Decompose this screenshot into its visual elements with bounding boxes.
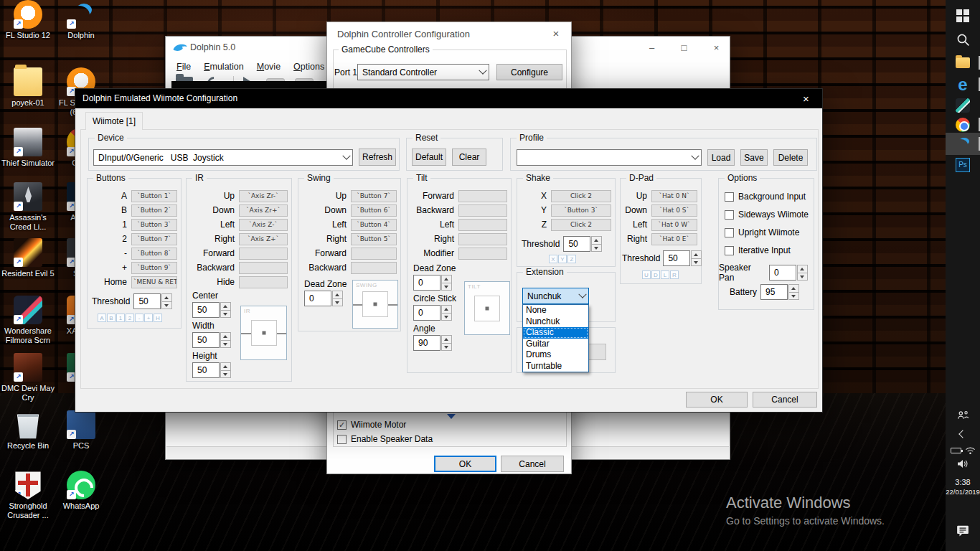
mapping-button[interactable]: `Button 5` — [351, 233, 397, 245]
option-checkbox[interactable] — [725, 246, 734, 255]
volume-button[interactable] — [946, 458, 980, 469]
option-checkbox[interactable] — [725, 210, 734, 220]
mapping-button[interactable]: `Button 4` — [351, 219, 397, 231]
mapping-button[interactable]: `Button 8` — [131, 248, 177, 260]
mapping-button[interactable]: `Button 7` — [351, 190, 397, 202]
device-select[interactable]: DInput/0/Generic USB Joystick — [93, 149, 353, 166]
close-icon[interactable]: × — [790, 89, 822, 108]
mapping-button[interactable]: `Button 3` — [551, 204, 611, 217]
threshold-value[interactable]: 50 — [133, 293, 161, 309]
field-value[interactable]: 0 — [413, 305, 440, 321]
mapping-button[interactable]: `Axis Zr+` — [239, 204, 288, 217]
field-value[interactable]: 50 — [192, 362, 220, 378]
speaker-pan-spinner[interactable]: 0 — [769, 265, 808, 281]
desktop-icon[interactable]: ↗ Resident Evil 5 — [1, 238, 55, 278]
taskbar-edge[interactable]: e — [946, 73, 980, 95]
field-spinner[interactable]: 50 — [192, 302, 231, 318]
field-spinner[interactable]: 90 — [413, 335, 452, 351]
mapping-button[interactable]: Click 2 — [551, 219, 611, 231]
field-value[interactable]: 50 — [192, 302, 220, 318]
spin-down-icon[interactable] — [220, 370, 231, 379]
desktop-icon[interactable]: ↗ PCS — [55, 410, 108, 451]
option-checkbox[interactable] — [725, 228, 734, 237]
port1-device-select[interactable]: Standard Controller — [357, 64, 489, 80]
field-spinner[interactable]: 0 — [304, 291, 343, 306]
field-spinner[interactable]: 0 — [413, 305, 452, 321]
battery-spinner[interactable]: 95 — [760, 284, 799, 300]
profile-select[interactable] — [517, 149, 702, 166]
menu-item[interactable]: Options — [287, 62, 331, 72]
wiimote-motor-checkbox[interactable]: ✓ — [337, 420, 347, 430]
save-button[interactable]: Save — [740, 149, 768, 166]
spin-down-icon[interactable] — [220, 310, 231, 319]
enable-speaker-checkbox[interactable] — [337, 435, 347, 444]
menu-item[interactable]: File — [170, 62, 197, 72]
mapping-button[interactable]: `Hat 0 N` — [651, 190, 697, 202]
show-hidden-icons-button[interactable] — [946, 428, 980, 441]
taskbar-dolphin[interactable] — [946, 133, 980, 155]
field-spinner[interactable]: 0 — [413, 275, 452, 291]
dropdown-option[interactable]: Guitar — [523, 339, 588, 350]
threshold-spinner[interactable]: 50 — [663, 250, 702, 266]
menu-item[interactable]: Movie — [250, 62, 287, 72]
mapping-button[interactable]: `Button 3` — [131, 219, 177, 231]
dropdown-option[interactable]: Classic — [523, 327, 588, 339]
desktop-icon[interactable]: ↗ Wondershare Filmora Scrn — [1, 296, 55, 345]
field-spinner[interactable]: 50 — [192, 362, 231, 378]
start-button[interactable] — [946, 4, 980, 27]
option-checkbox[interactable] — [725, 192, 734, 202]
speaker-pan-value[interactable]: 0 — [769, 265, 796, 281]
dropdown-option[interactable]: Turntable — [523, 361, 588, 372]
delete-button[interactable]: Delete — [773, 149, 808, 166]
default-button[interactable]: Default — [412, 149, 446, 166]
people-button[interactable] — [946, 408, 980, 422]
search-button[interactable] — [946, 29, 980, 51]
spin-down-icon[interactable] — [161, 301, 172, 310]
desktop-icon[interactable]: ↗ Stronghold Crusader ... — [1, 471, 55, 520]
field-spinner[interactable]: 50 — [192, 332, 231, 348]
close-icon[interactable]: × — [541, 22, 571, 44]
combo-arrow-icon[interactable] — [447, 414, 456, 419]
tab-wiimote-1[interactable]: Wiimote [1] — [85, 112, 143, 130]
field-value[interactable]: 90 — [413, 335, 440, 351]
desktop-icon[interactable]: ↗ Assassin's Creed Li... — [1, 182, 55, 232]
mapping-button[interactable] — [239, 262, 288, 274]
mapping-button[interactable]: `Button 2` — [131, 204, 177, 217]
minimize-button[interactable]: – — [636, 37, 668, 58]
mapping-button[interactable]: Click 2 — [551, 190, 611, 202]
tray-status-icons[interactable] — [946, 445, 980, 456]
mapping-button[interactable] — [458, 204, 507, 217]
mapping-button[interactable] — [458, 219, 507, 231]
mapping-button[interactable]: `MENU & RETUR — [131, 276, 177, 288]
taskbar-clock[interactable]: 3:38 22/01/2019 — [946, 478, 980, 496]
dropdown-option[interactable]: Drums — [523, 349, 588, 361]
threshold-value[interactable]: 50 — [563, 236, 590, 252]
threshold-spinner[interactable]: 50 — [133, 293, 172, 309]
clear-button[interactable]: Clear — [452, 149, 486, 166]
mapping-button[interactable] — [239, 248, 288, 260]
mapping-button[interactable] — [458, 248, 507, 260]
mapping-button[interactable]: `Button 1` — [131, 190, 177, 202]
mapping-button[interactable] — [351, 262, 397, 274]
ok-button[interactable]: OK — [434, 456, 496, 472]
spin-down-icon[interactable] — [441, 313, 452, 321]
field-value[interactable]: 0 — [413, 275, 440, 291]
maximize-button[interactable]: □ — [668, 37, 700, 58]
mapping-button[interactable]: `Axis Z+` — [239, 233, 288, 245]
desktop-icon[interactable]: ↗ WhatsApp — [55, 471, 108, 511]
dropdown-option[interactable]: None — [523, 305, 588, 316]
ok-button[interactable]: OK — [686, 392, 748, 408]
mapping-button[interactable]: `Hat 0 E` — [651, 233, 697, 245]
load-button[interactable]: Load — [707, 149, 735, 166]
dropdown-option[interactable]: Nunchuk — [523, 316, 588, 328]
desktop-icon[interactable]: ↗ DMC Devi May Cry — [1, 353, 55, 402]
threshold-spinner[interactable]: 50 — [563, 236, 602, 252]
cancel-button[interactable]: Cancel — [501, 456, 564, 472]
desktop-icon[interactable]: ↗ poyek-01 — [1, 67, 55, 108]
spin-down-icon[interactable] — [441, 343, 452, 352]
battery-value[interactable]: 95 — [760, 284, 788, 300]
mapping-button[interactable]: `Hat 0 S` — [651, 204, 697, 217]
taskbar-photoshop[interactable]: Ps — [946, 154, 980, 176]
mapping-button[interactable] — [239, 276, 288, 288]
desktop-icon[interactable]: ↗ Recycle Bin — [1, 410, 55, 451]
